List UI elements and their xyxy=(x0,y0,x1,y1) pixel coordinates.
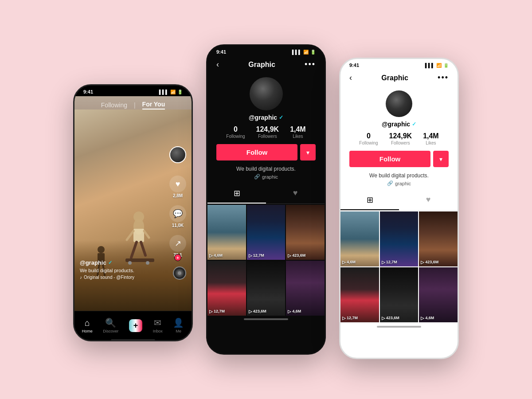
video-thumb-5[interactable]: ▷ 423,6M xyxy=(247,261,286,316)
status-icons-1: ▌▌▌ 📶 🔋 xyxy=(159,90,183,94)
play-icon-3-2: ▷ xyxy=(382,260,385,265)
video-thumb-1[interactable]: ▷ 4,6M xyxy=(207,205,246,260)
views-3: ▷ 423,6M xyxy=(288,253,305,258)
phone-3: 9:41 ▌▌▌ 📶 🔋 ‹ Graphic ••• @graphic ✓ xyxy=(339,58,459,359)
tab-videos-3[interactable]: ⊞ xyxy=(340,191,399,210)
follow-row-2: Follow ▾ xyxy=(207,144,325,160)
signal-icon: ▌▌▌ xyxy=(159,90,168,94)
video-thumb-3-6[interactable]: ▷ 4,6M xyxy=(419,267,458,322)
signal-icon-3: ▌▌▌ xyxy=(425,63,434,68)
play-icon-3-6: ▷ xyxy=(421,316,424,321)
tab-liked-3[interactable]: ♥ xyxy=(399,191,458,210)
more-button-2[interactable]: ••• xyxy=(305,60,316,69)
status-bar-3: 9:41 ▌▌▌ 📶 🔋 xyxy=(340,59,458,70)
bio-section-3: We build digital products. 🔗 graphic xyxy=(340,172,458,191)
phone-1: 9:41 ▌▌▌ 📶 🔋 Following | For You xyxy=(73,84,193,341)
comment-icon: 💬 xyxy=(169,205,186,222)
nav-for-you[interactable]: For You xyxy=(142,101,165,110)
profile-header-3: ‹ Graphic ••• xyxy=(340,70,458,86)
comment-action[interactable]: 💬 11,0K xyxy=(169,205,186,228)
share-icon: ↗ xyxy=(169,235,186,252)
video-thumb-2[interactable]: ▷ 12,7M xyxy=(247,205,286,260)
play-icon-3-5: ▷ xyxy=(382,316,385,321)
stat-following-2: 0 Following xyxy=(226,125,245,139)
views-6: ▷ 4,6M xyxy=(288,309,301,314)
discover-label: Discover xyxy=(103,329,118,333)
nav-following[interactable]: Following xyxy=(101,102,127,109)
nav-inbox[interactable]: ✉ Inbox xyxy=(153,317,163,333)
bio-link-3[interactable]: 🔗 graphic xyxy=(349,180,449,186)
video-thumb-3-2[interactable]: ▷ 12,7M xyxy=(380,211,419,266)
bio-link-2[interactable]: 🔗 graphic xyxy=(216,174,316,180)
right-actions: + ♥ 2,8M 💬 11,0K ↗ 76,1 xyxy=(169,146,186,258)
home-label: Home xyxy=(82,329,93,333)
feed-avatar xyxy=(169,146,186,163)
play-icon-3-3: ▷ xyxy=(421,260,424,265)
video-thumb-4[interactable]: ▷ 12,7M xyxy=(207,261,246,316)
nav-discover[interactable]: 🔍 Discover xyxy=(103,317,118,333)
follow-button-2[interactable]: Follow xyxy=(216,144,297,160)
stat-followers-2: 124,9K Followers xyxy=(256,125,279,139)
feed-bottom-info: @graphic ✓ We build digital products. ♪ … xyxy=(80,259,165,280)
heart-icon: ♥ xyxy=(169,176,186,192)
avatar-action[interactable]: + xyxy=(169,146,186,163)
video-thumb-6[interactable]: ▷ 4,6M xyxy=(286,261,325,316)
profile-tabs-3: ⊞ ♥ xyxy=(340,191,458,211)
link-icon-3: 🔗 xyxy=(387,180,393,186)
follow-plus: + xyxy=(174,254,181,261)
status-icons-2: ▌▌▌ 📶 🔋 xyxy=(292,50,316,55)
tab-videos-2[interactable]: ⊞ xyxy=(207,184,266,203)
play-icon-5: ▷ xyxy=(249,309,252,314)
feed-username: @graphic ✓ xyxy=(80,259,165,266)
verified-badge-2: ✓ xyxy=(279,114,283,121)
link-icon-2: 🔗 xyxy=(254,174,260,180)
video-thumb-3[interactable]: ▷ 423,6M xyxy=(286,205,325,260)
create-btn[interactable]: + xyxy=(129,319,143,332)
follow-dropdown-3[interactable]: ▾ xyxy=(433,151,449,167)
feed-sound: ♪ Original sound - @Fintory xyxy=(80,275,165,280)
me-icon: 👤 xyxy=(173,317,184,328)
views-3-6: ▷ 4,6M xyxy=(421,316,434,321)
nav-home[interactable]: ⌂ Home xyxy=(82,318,93,333)
inbox-icon: ✉ xyxy=(154,317,161,328)
svg-rect-2 xyxy=(133,229,144,242)
play-icon-6: ▷ xyxy=(288,309,291,314)
like-action[interactable]: ♥ 2,8M xyxy=(169,176,186,198)
feed-background: Following | For You xyxy=(74,96,192,311)
video-thumb-3-4[interactable]: ▷ 12,7M xyxy=(340,267,379,322)
back-button-2[interactable]: ‹ xyxy=(216,60,219,69)
views-5: ▷ 423,6M xyxy=(249,309,266,314)
views-3-2: ▷ 12,7M xyxy=(382,260,397,265)
stat-followers-3: 124,9K Followers xyxy=(389,132,412,145)
nav-me[interactable]: 👤 Me xyxy=(173,317,184,333)
profile-handle-2: @graphic ✓ xyxy=(207,114,325,121)
wifi-icon: 📶 xyxy=(170,90,176,94)
views-4: ▷ 12,7M xyxy=(209,309,225,314)
video-thumb-3-1[interactable]: ▷ 4,6M xyxy=(340,211,379,266)
status-bar-1: 9:41 ▌▌▌ 📶 🔋 xyxy=(74,86,192,96)
time-2: 9:41 xyxy=(216,49,226,55)
video-thumb-3-5[interactable]: ▷ 423,6M xyxy=(380,267,419,322)
play-icon-3: ▷ xyxy=(288,253,291,258)
status-icons-3: ▌▌▌ 📶 🔋 xyxy=(425,63,449,68)
stat-likes-3: 1,4M Likes xyxy=(423,132,439,145)
verified-icon: ✓ xyxy=(108,260,112,266)
svg-line-3 xyxy=(127,231,133,240)
stat-likes-2: 1,4M Likes xyxy=(290,125,306,139)
tab-liked-2[interactable]: ♥ xyxy=(266,184,325,203)
signal-icon-2: ▌▌▌ xyxy=(292,50,301,55)
views-1: ▷ 4,6M xyxy=(209,253,223,258)
profile-avatar-3 xyxy=(386,90,412,117)
nav-create[interactable]: + xyxy=(129,319,143,332)
video-grid-3: ▷ 4,6M ▷ 12,7M ▷ 423,6M ▷ 12,7M xyxy=(340,211,458,322)
verified-badge-3: ✓ xyxy=(412,121,416,127)
video-grid-2: ▷ 4,6M ▷ 12,7M ▷ 423,6M ▷ 12,7M xyxy=(207,205,325,316)
play-icon: ▷ xyxy=(209,253,213,258)
video-thumb-3-3[interactable]: ▷ 423,6M xyxy=(419,211,458,266)
feed-description: We build digital products. xyxy=(80,268,165,273)
more-button-3[interactable]: ••• xyxy=(438,73,449,82)
music-note-icon: ♪ xyxy=(80,275,82,280)
follow-dropdown-2[interactable]: ▾ xyxy=(300,144,316,160)
follow-button-3[interactable]: Follow xyxy=(349,151,430,167)
back-button-3[interactable]: ‹ xyxy=(349,73,352,82)
